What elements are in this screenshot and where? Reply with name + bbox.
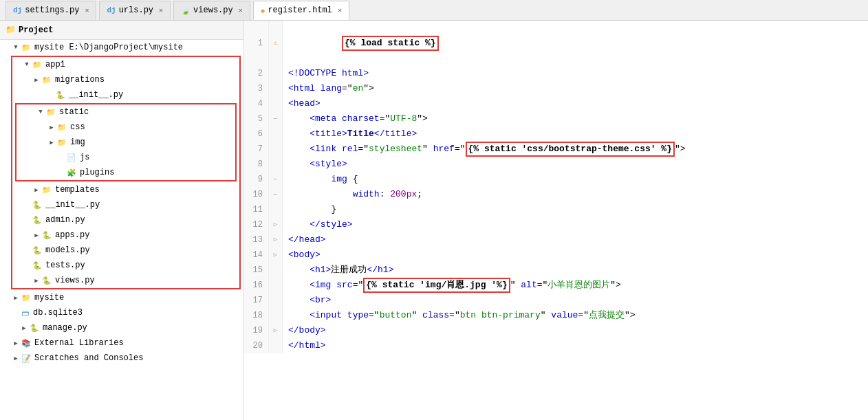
folder-icon-migrations: 📁 (41, 74, 52, 85)
line-gutter-2 (269, 66, 283, 81)
sidebar-img-label: img (70, 137, 85, 147)
tab-close-views[interactable]: ✕ (239, 6, 243, 14)
line-content-6: <title>Title</title> (283, 126, 868, 142)
line-num-5: 5 (244, 111, 269, 126)
tab-urls[interactable]: dj urls.py ✕ (99, 1, 171, 20)
sidebar-item-templates[interactable]: ▶ 📁 templates (12, 182, 239, 197)
line-num-16: 16 (244, 278, 269, 293)
sidebar-mysite-label: mysite E:\DjangoProject\mysite (34, 43, 183, 52)
tab-settings[interactable]: dj settings.py ✕ (6, 1, 96, 20)
line-gutter-8 (269, 157, 283, 172)
sidebar-item-mysite[interactable]: ▼ 📁 mysite E:\DjangoProject\mysite (0, 40, 243, 55)
sidebar-item-css[interactable]: ▶ 📁 css (17, 120, 235, 135)
file-icon-views: 🐍 (41, 275, 52, 286)
sidebar-item-plugins[interactable]: 🧩 plugins (17, 165, 235, 180)
file-icon-tests: 🐍 (32, 260, 43, 271)
code-line-4: 4 <head> (244, 96, 868, 111)
line-num-6: 6 (244, 126, 269, 142)
editor-content: 1 ⚠ {% load static %} 2 <!DOCTYPE html> … (244, 21, 868, 353)
code-line-3: 3 <html lang="en"> (244, 81, 868, 96)
file-icon-manage: 🐍 (29, 322, 40, 333)
folder-icon-img: 📁 (56, 137, 67, 148)
line-gutter-14: ▷ (269, 247, 283, 263)
sidebar-css-label: css (70, 122, 85, 132)
file-icon-js: 📄 (66, 152, 77, 163)
django-static-img: {% static 'img/肖恩.jpg '%} (363, 278, 510, 293)
fold-10: ─ (274, 187, 277, 202)
expand-arrow-mysite: ▼ (11, 44, 21, 51)
sidebar-item-views-py[interactable]: ▶ 🐍 views.py (12, 273, 239, 288)
code-line-18: 18 <input type="button" class="btn btn-p… (244, 308, 868, 323)
sidebar-item-static[interactable]: ▼ 📁 static (17, 104, 235, 120)
sidebar-js-label: js (80, 153, 89, 162)
sidebar-tests-label: tests.py (45, 261, 85, 270)
sidebar-item-scratches[interactable]: ▶ 📝 Scratches and Consoles (0, 351, 243, 366)
django-tag-highlight-1: {% load static %} (342, 36, 439, 51)
folder-icon-app1: 📁 (32, 59, 43, 70)
line-content-19: </body> (283, 323, 868, 338)
code-line-14: 14 ▷ <body> (244, 247, 868, 263)
views-icon: 🍃 (181, 6, 191, 15)
sidebar-item-migrations[interactable]: ▶ 📁 migrations (12, 72, 239, 87)
sidebar-item-init-py2[interactable]: 🐍 __init__.py (12, 197, 239, 212)
sidebar-item-manage-py[interactable]: ▶ 🐍 manage.py (0, 320, 243, 335)
file-icon-plugins: 🧩 (66, 167, 77, 178)
folder-icon-css: 📁 (56, 122, 67, 133)
sidebar-scratches-label: Scratches and Consoles (34, 353, 143, 363)
folder-icon-templates: 📁 (41, 184, 52, 195)
tab-close-urls[interactable]: ✕ (159, 6, 163, 14)
doctype-tag: <!DOCTYPE html> (288, 68, 369, 78)
code-editor[interactable]: 1 ⚠ {% load static %} 2 <!DOCTYPE html> … (244, 21, 868, 420)
file-icon-models: 🐍 (32, 245, 43, 256)
sidebar-item-tests-py[interactable]: 🐍 tests.py (12, 258, 239, 273)
line-content-10: width: 200px; (283, 187, 868, 202)
sidebar-item-mysite2[interactable]: ▶ 📁 mysite (0, 290, 243, 305)
line-content-20: </html> (283, 338, 868, 353)
line-gutter-10: ─ (269, 187, 283, 202)
tab-bar: dj settings.py ✕ dj urls.py ✕ 🍃 views.py… (0, 0, 868, 21)
line-num-17: 17 (244, 293, 269, 308)
tab-close-register[interactable]: ✕ (338, 6, 342, 14)
tab-views[interactable]: 🍃 views.py ✕ (173, 1, 250, 20)
sidebar-item-init-py[interactable]: 🐍 __init__.py (12, 87, 239, 102)
code-line-17: 17 <br> (244, 293, 868, 308)
fold-5: ─ (274, 111, 277, 126)
dj-icon: dj (13, 6, 22, 14)
sidebar-apps-label: apps.py (55, 230, 89, 240)
code-line-16: 16 <img src="{% static 'img/肖恩.jpg '%}" … (244, 278, 868, 293)
warning-icon-1: ⚠ (273, 36, 277, 51)
tab-urls-label: urls.py (119, 5, 153, 15)
expand-arrow-mysite2: ▶ (11, 294, 21, 302)
line-num-8: 8 (244, 157, 269, 172)
line-num-20: 20 (244, 338, 269, 353)
line-num-19: 19 (244, 323, 269, 338)
fold-13: ▷ (274, 232, 277, 247)
app1-highlight-box: ▼ 📁 app1 ▶ 📁 migrations 🐍 __init__.py ▼ (11, 56, 241, 289)
ext-lib-icon: 📚 (21, 338, 32, 349)
sidebar-item-admin-py[interactable]: 🐍 admin.py (12, 212, 239, 228)
sidebar-item-models-py[interactable]: 🐍 models.py (12, 243, 239, 258)
sidebar-item-js[interactable]: 📄 js (17, 150, 235, 165)
sidebar-init-label: __init__.py (69, 90, 123, 100)
line-gutter-3 (269, 81, 283, 96)
expand-arrow-static: ▼ (36, 109, 45, 115)
sidebar-header[interactable]: 📁 Project (0, 21, 243, 40)
sidebar-ext-lib-label: External Libraries (34, 338, 124, 348)
sidebar-db-label: db.sqlite3 (33, 308, 83, 318)
sidebar-item-apps-py[interactable]: ▶ 🐍 apps.py (12, 228, 239, 243)
code-line-15: 15 <h1>注册成功</h1> (244, 263, 868, 278)
line-gutter-12: ▷ (269, 217, 283, 232)
sidebar-item-ext-lib[interactable]: ▶ 📚 External Libraries (0, 335, 243, 351)
sidebar-item-app1[interactable]: ▼ 📁 app1 (12, 57, 239, 72)
tab-close-settings[interactable]: ✕ (85, 6, 89, 14)
line-gutter-16 (269, 278, 283, 293)
tab-register[interactable]: ◆ register.html ✕ (253, 1, 349, 20)
line-content-9: img { (283, 172, 868, 187)
code-line-7: 7 <link rel="stylesheet" href="{% static… (244, 142, 868, 157)
sidebar-item-db-sqlite3[interactable]: 🗃 db.sqlite3 (0, 305, 243, 320)
sidebar-item-img[interactable]: ▶ 📁 img (17, 135, 235, 150)
project-icon: 📁 (6, 25, 16, 35)
sidebar-admin-label: admin.py (45, 215, 85, 225)
line-content-16: <img src="{% static 'img/肖恩.jpg '%}" alt… (283, 278, 868, 293)
line-gutter-6 (269, 126, 283, 142)
